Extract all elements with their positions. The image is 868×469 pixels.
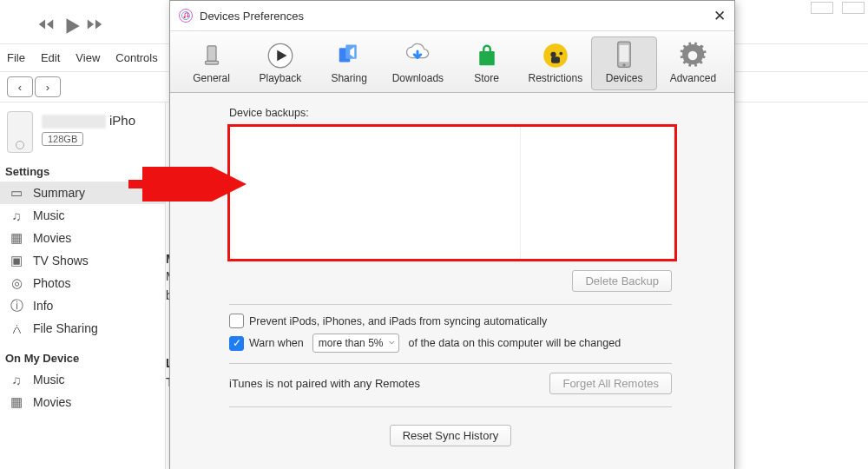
device-backups-list[interactable] bbox=[227, 124, 677, 261]
itunes-icon bbox=[179, 9, 193, 23]
devices-icon bbox=[611, 41, 637, 70]
svg-point-13 bbox=[559, 52, 562, 56]
device-capacity-badge: 128GB bbox=[42, 132, 83, 146]
sidebar-section-settings: Settings bbox=[0, 158, 165, 182]
item-label: Summary bbox=[33, 186, 85, 200]
tab-label: Restrictions bbox=[529, 72, 583, 84]
menu-edit[interactable]: Edit bbox=[39, 50, 62, 66]
svg-point-16 bbox=[622, 63, 625, 66]
item-icon: ▦ bbox=[9, 230, 24, 246]
device-backups-label: Device backups: bbox=[229, 107, 708, 119]
device-thumbnail-icon bbox=[7, 111, 33, 153]
item-label: File Sharing bbox=[33, 321, 98, 335]
forward-icon[interactable] bbox=[85, 15, 104, 34]
downloads-icon bbox=[404, 41, 431, 70]
nav-forward-button[interactable]: › bbox=[35, 76, 61, 97]
general-icon bbox=[199, 41, 225, 70]
item-icon: ▭ bbox=[9, 185, 24, 201]
tab-label: General bbox=[193, 72, 230, 84]
warn-label-after: of the data on this computer will be cha… bbox=[408, 337, 621, 349]
item-label: Movies bbox=[33, 395, 71, 409]
svg-point-0 bbox=[180, 10, 193, 23]
tab-general[interactable]: General bbox=[179, 36, 245, 90]
item-icon: ◎ bbox=[9, 275, 24, 291]
forget-all-remotes-button[interactable]: Forget All Remotes bbox=[549, 373, 672, 394]
sidebar-device-item-music[interactable]: ♫Music bbox=[0, 368, 165, 391]
menu-view[interactable]: View bbox=[74, 50, 102, 66]
menu-controls[interactable]: Controls bbox=[114, 50, 159, 66]
sidebar-section-on-my-device: On My Device bbox=[0, 345, 165, 368]
warn-threshold-select[interactable]: more than 5% bbox=[312, 334, 400, 353]
sidebar-item-movies[interactable]: ▦Movies bbox=[0, 227, 165, 249]
warn-checkbox[interactable]: ✓ bbox=[229, 336, 244, 351]
item-label: TV Shows bbox=[33, 254, 89, 268]
tab-downloads[interactable]: Downloads bbox=[385, 36, 450, 90]
tab-restrictions[interactable]: Restrictions bbox=[523, 36, 589, 90]
close-button[interactable]: ✕ bbox=[705, 7, 734, 25]
tab-label: Sharing bbox=[331, 72, 366, 84]
dialog-title: Devices Preferences bbox=[200, 10, 705, 23]
warn-label-before: Warn when bbox=[249, 337, 304, 349]
sidebar: iPho 128GB Settings ▭Summary♫Music▦Movie… bbox=[0, 102, 166, 469]
menu-file[interactable]: File bbox=[5, 50, 27, 66]
item-label: Music bbox=[33, 208, 65, 222]
item-label: Info bbox=[33, 299, 53, 313]
devices-preferences-dialog: Devices Preferences ✕ GeneralPlaybackSha… bbox=[169, 0, 735, 469]
tab-label: Downloads bbox=[392, 72, 444, 84]
delete-backup-button[interactable]: Delete Backup bbox=[572, 270, 672, 292]
reset-sync-history-button[interactable]: Reset Sync History bbox=[390, 425, 512, 446]
item-icon: ♫ bbox=[9, 373, 24, 387]
tab-sharing[interactable]: Sharing bbox=[316, 36, 382, 90]
svg-rect-15 bbox=[620, 45, 629, 62]
svg-point-11 bbox=[550, 52, 556, 57]
sharing-icon bbox=[336, 41, 362, 70]
svg-rect-5 bbox=[205, 61, 218, 64]
sidebar-item-summary[interactable]: ▭Summary bbox=[0, 182, 165, 204]
window-maximize[interactable] bbox=[842, 2, 865, 14]
tab-label: Devices bbox=[606, 72, 643, 84]
play-icon[interactable] bbox=[61, 15, 80, 34]
remotes-status-text: iTunes is not paired with any Remotes bbox=[229, 377, 420, 390]
advanced-icon bbox=[679, 41, 707, 70]
item-icon: ⓘ bbox=[9, 298, 24, 314]
rewind-icon[interactable] bbox=[36, 15, 56, 34]
nav-back-button[interactable]: ‹ bbox=[7, 76, 33, 97]
svg-rect-12 bbox=[551, 56, 560, 63]
tab-label: Advanced bbox=[670, 72, 716, 84]
item-icon: ♫ bbox=[9, 208, 24, 223]
sidebar-item-info[interactable]: ⓘInfo bbox=[0, 294, 165, 317]
prevent-sync-checkbox[interactable] bbox=[229, 314, 244, 328]
sidebar-item-photos[interactable]: ◎Photos bbox=[0, 272, 165, 294]
tab-label: Store bbox=[474, 72, 499, 84]
item-icon: ▦ bbox=[9, 394, 24, 410]
svg-point-3 bbox=[187, 16, 188, 17]
item-icon: ⩑ bbox=[9, 321, 24, 336]
item-label: Photos bbox=[33, 276, 71, 290]
window-minimize[interactable] bbox=[811, 2, 833, 14]
item-label: Movies bbox=[33, 231, 71, 245]
svg-point-2 bbox=[183, 17, 185, 18]
playback-icon bbox=[267, 41, 293, 70]
tab-devices[interactable]: Devices bbox=[591, 36, 657, 90]
store-icon bbox=[474, 41, 500, 70]
tab-advanced[interactable]: Advanced bbox=[660, 36, 726, 90]
device-name: iPho bbox=[42, 111, 135, 129]
item-icon: ▣ bbox=[9, 253, 24, 268]
tab-store[interactable]: Store bbox=[454, 36, 520, 90]
sidebar-device-item-movies[interactable]: ▦Movies bbox=[0, 391, 165, 413]
svg-rect-9 bbox=[479, 51, 495, 65]
item-label: Music bbox=[33, 373, 65, 386]
svg-rect-4 bbox=[207, 46, 216, 62]
tab-playback[interactable]: Playback bbox=[247, 36, 313, 90]
tab-label: Playback bbox=[260, 72, 302, 84]
sidebar-item-file-sharing[interactable]: ⩑File Sharing bbox=[0, 317, 165, 340]
sidebar-item-tv-shows[interactable]: ▣TV Shows bbox=[0, 249, 165, 272]
restrictions-icon bbox=[542, 41, 569, 70]
prevent-sync-label: Prevent iPods, iPhones, and iPads from s… bbox=[249, 315, 547, 327]
sidebar-item-music[interactable]: ♫Music bbox=[0, 204, 165, 227]
